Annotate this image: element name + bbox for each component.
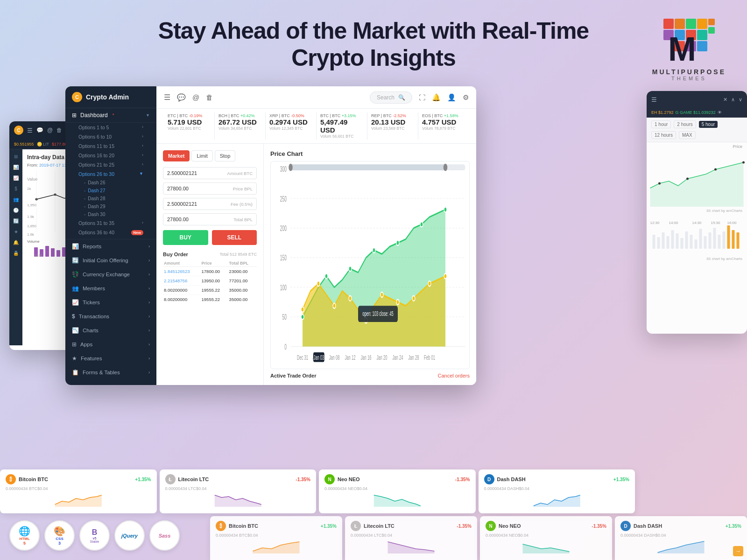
svg-text:250: 250 <box>280 195 287 203</box>
sw-icon-chart2[interactable]: 📈 <box>13 175 19 181</box>
sidebar-subsub-dash29[interactable]: ◦Dash 29 <box>65 203 156 210</box>
svg-point-56 <box>444 164 448 171</box>
chart-panel: Price Chart 30 <box>264 144 476 385</box>
svg-text:100: 100 <box>280 283 287 292</box>
topbar-gear-icon[interactable]: ⚙ <box>463 93 469 102</box>
sell-button[interactable]: SELL <box>212 230 257 245</box>
sidebar-item-dashboard[interactable]: ⊞ Dashboard * ▼ <box>65 108 156 123</box>
sidebar-item-features[interactable]: ★ Features › <box>65 351 156 365</box>
trade-input-price[interactable]: 27800.00 Price BPL <box>163 182 257 195</box>
sw-right-link[interactable]: 👁 <box>718 110 722 115</box>
cancel-orders-link[interactable]: Cancel orders <box>438 373 470 378</box>
tab-market[interactable]: Market <box>163 150 190 161</box>
sw-time-1h[interactable]: 1 hour <box>651 120 671 128</box>
small-nav-trash[interactable]: 🗑 <box>56 127 62 133</box>
sidebar-sub-options1[interactable]: Options 1 to 5› <box>65 123 156 132</box>
trade-input-fee[interactable]: 2.500002121 Fee (0.5%) <box>163 198 257 210</box>
topbar-at-icon[interactable]: @ <box>192 93 199 101</box>
neo-sparkline <box>324 493 470 507</box>
trade-input-total[interactable]: 27800.00 Total BPL <box>163 213 257 225</box>
dash-icon: D <box>484 474 494 484</box>
topbar-menu-icon[interactable]: ☰ <box>164 93 170 102</box>
topbar-user-icon[interactable]: 👤 <box>447 93 456 102</box>
svg-point-65 <box>396 300 399 305</box>
sw-right-expand[interactable]: ✕ <box>723 97 727 103</box>
topbar-expand-icon[interactable]: ⛶ <box>419 94 425 101</box>
html5-num: 5 <box>23 541 26 546</box>
btc-price: 0.00000434 BTC$0.04 <box>6 486 151 491</box>
sidebar-item-exchange[interactable]: 💱 Currency Exchange › <box>65 267 156 281</box>
sidebar-sub-options11[interactable]: Options 11 to 15› <box>65 141 156 151</box>
sidebar-subsub-dash26[interactable]: ◦Dash 26 <box>65 179 156 187</box>
sw-right-down[interactable]: ∨ <box>739 97 742 103</box>
sidebar-item-tickers[interactable]: 📈 Tickers › <box>65 295 156 309</box>
ticker-item-etc: ETC | BTC -0.19% 5.719 USD Volum 22,601 … <box>164 112 215 140</box>
brand-sub: THEMES <box>652 76 726 81</box>
small-nav-at[interactable]: @ <box>47 127 53 133</box>
sidebar-item-apps[interactable]: ⊞ Apps › <box>65 337 156 351</box>
svg-rect-10 <box>697 41 707 51</box>
sw-icon-bell[interactable]: 🔔 <box>13 240 19 245</box>
sw-icon-users[interactable]: 👥 <box>13 197 19 202</box>
small-nav-chat[interactable]: 💬 <box>36 127 43 133</box>
svg-rect-12 <box>708 27 715 34</box>
sidebar-sub-options6[interactable]: Options 6 to 10› <box>65 132 156 141</box>
sw-icon-star[interactable]: ★ <box>14 229 18 234</box>
neo2-name: Neo NEO <box>499 523 521 529</box>
ticker-item-xrp: XRP | BTC -0.50% 0.2974 USD Volum 12,345… <box>266 112 317 140</box>
sw-icon-home[interactable]: ⊞ <box>14 154 18 159</box>
sw-time-5h[interactable]: 5 hour <box>699 121 718 128</box>
sidebar-item-transactions[interactable]: $ Transactions › <box>65 309 156 323</box>
svg-point-72 <box>373 248 375 253</box>
sw-icon-lock[interactable]: 🔒 <box>13 251 19 256</box>
sidebar-item-members[interactable]: 👥 Members › <box>65 281 156 295</box>
active-trade-label: Active Trade Order <box>270 373 316 378</box>
sw-icon-dollar[interactable]: $ <box>14 186 17 191</box>
topbar-bell-icon[interactable]: 🔔 <box>432 93 441 102</box>
svg-text:1,850: 1,850 <box>27 224 37 228</box>
svg-rect-33 <box>51 248 55 257</box>
sw-time-12h[interactable]: 12 hours <box>651 131 676 139</box>
buy-button[interactable]: BUY <box>163 230 208 245</box>
orange-arrow-btn[interactable]: → <box>733 546 743 556</box>
sw-time-max[interactable]: MAX <box>679 131 696 139</box>
sidebar-item-ico[interactable]: 🔄 Initial Coin Offering › <box>65 253 156 267</box>
exchange-label: Currency Exchange <box>83 272 130 277</box>
sidebar-sub-options36[interactable]: Options 36 to 40 New <box>65 228 156 237</box>
forms-icon: 📋 <box>72 369 79 376</box>
tab-stop[interactable]: Stop <box>215 150 236 161</box>
features-icon: ★ <box>72 355 77 362</box>
sidebar-item-charts[interactable]: 📉 Charts › <box>65 323 156 337</box>
svg-text:14:30: 14:30 <box>692 221 702 225</box>
small-logo-icon: C <box>14 126 23 135</box>
sidebar-sub-options26[interactable]: Options 26 to 30▼ <box>65 169 156 179</box>
search-box[interactable]: Search 🔍 <box>370 91 412 104</box>
sw-icon-refresh[interactable]: 🔄 <box>13 218 19 224</box>
svg-point-68 <box>444 273 447 279</box>
svg-point-64 <box>381 292 383 297</box>
sw-time-2h[interactable]: 2 hours <box>674 120 696 128</box>
trade-input-amount[interactable]: 2.500002121 Amount BTC <box>163 167 257 179</box>
svg-rect-32 <box>45 246 49 257</box>
sidebar-subsub-dash27[interactable]: ◦Dash 27 <box>65 187 156 195</box>
intraday-from-label: From: <box>27 163 38 168</box>
sidebar-item-forms[interactable]: 📋 Forms & Tables › <box>65 365 156 379</box>
small-nav-menu[interactable]: ☰ <box>27 127 33 134</box>
sidebar-sub-options21[interactable]: Options 21 to 25› <box>65 160 156 169</box>
sw-icon-clock[interactable]: 🕐 <box>13 208 19 213</box>
sw-icon-chart1[interactable]: 📊 <box>13 165 19 170</box>
sw-right-menu[interactable]: ☰ <box>651 96 657 103</box>
ltc-change: -1.35% <box>296 477 310 482</box>
topbar-trash-icon[interactable]: 🗑 <box>206 93 213 101</box>
sidebar-item-reports[interactable]: 📊 Reports › <box>65 239 156 253</box>
sidebar-sub-options31[interactable]: Options 31 to 35› <box>65 218 156 228</box>
svg-text:50: 50 <box>282 313 287 322</box>
sidebar-sub-options16[interactable]: Options 16 to 20› <box>65 151 156 160</box>
sidebar-subsub-dash30[interactable]: ◦Dash 30 <box>65 210 156 218</box>
tab-limit[interactable]: Limit <box>191 150 212 161</box>
sidebar-subsub-dash28[interactable]: ◦Dash 28 <box>65 195 156 203</box>
ticker-item-btc: BTC | BTC +3.15% 5,497.49 USD Volum 56,6… <box>317 112 367 140</box>
dashboard-asterisk: * <box>113 113 114 118</box>
topbar-chat-icon[interactable]: 💬 <box>177 93 186 102</box>
sw-right-up[interactable]: ∧ <box>731 97 735 103</box>
